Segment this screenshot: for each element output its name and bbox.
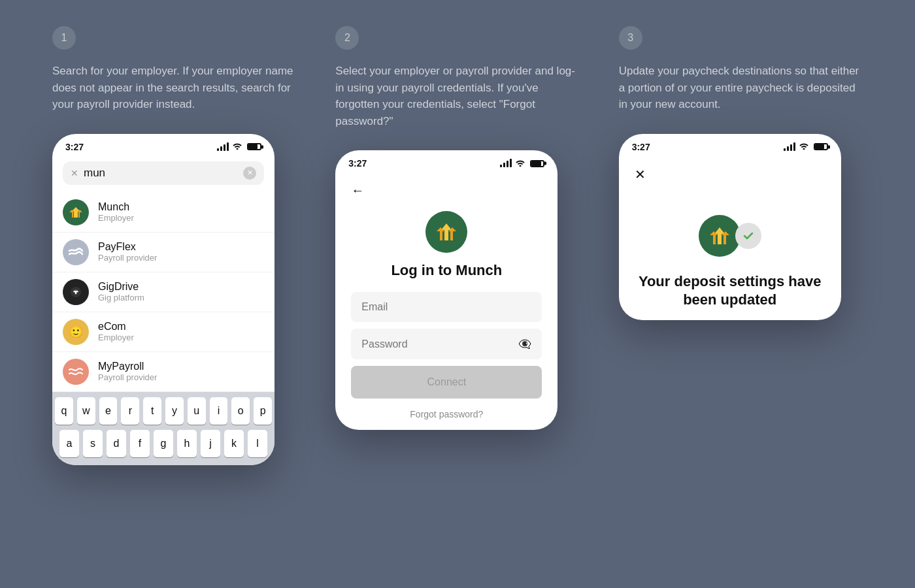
password-input[interactable]	[361, 338, 518, 350]
key-l[interactable]: l	[248, 430, 267, 457]
forgot-password-link[interactable]: Forgot password?	[351, 409, 542, 419]
mypayroll-logo	[63, 359, 89, 385]
battery-icon-1	[247, 143, 261, 150]
key-y[interactable]: y	[165, 397, 184, 425]
wifi-icon-3	[799, 142, 809, 152]
main-container: 1 Search for your employer. If your empl…	[33, 0, 882, 465]
step-description-1: Search for your employer. If your employ…	[52, 63, 296, 113]
signal-icon-3	[784, 143, 795, 151]
back-button[interactable]: ←	[351, 183, 542, 198]
column-3: 3 Update your paycheck destinations so t…	[599, 26, 882, 465]
gigdrive-logo	[63, 279, 89, 305]
employer-info-mypayroll: MyPayroll Payroll provider	[98, 361, 157, 382]
phone-1: 3:27 ✕ mun ✕	[52, 134, 274, 465]
payflex-logo	[63, 239, 89, 265]
success-icons-area	[635, 215, 825, 257]
connect-button[interactable]: Connect	[351, 366, 542, 399]
key-d[interactable]: d	[107, 430, 126, 457]
status-bar-2: 3:27	[335, 150, 557, 172]
time-2: 3:27	[348, 158, 367, 169]
munch-logo-large	[425, 211, 467, 253]
employer-name: Munch	[98, 201, 134, 213]
key-s[interactable]: s	[83, 430, 103, 457]
step-description-3: Update your paycheck destinations so tha…	[619, 63, 863, 113]
signal-icon-2	[500, 159, 512, 167]
svg-point-4	[76, 292, 79, 295]
key-f[interactable]: f	[130, 430, 150, 457]
email-input[interactable]	[361, 301, 531, 313]
email-field[interactable]	[351, 292, 542, 322]
munch-logo-success	[699, 215, 740, 257]
list-item[interactable]: PayFlex Payroll provider	[52, 233, 274, 272]
status-bar-1: 3:27	[52, 134, 274, 156]
success-message: Your deposit settings have been updated	[635, 272, 825, 310]
key-e[interactable]: e	[99, 397, 118, 425]
phone-3: 3:27 ✕	[619, 134, 841, 320]
key-j[interactable]: j	[201, 430, 220, 457]
column-2: 2 Select your employer or payroll provid…	[316, 26, 599, 465]
wifi-icon-1	[232, 142, 242, 152]
key-k[interactable]: k	[224, 430, 244, 457]
key-o[interactable]: o	[231, 397, 250, 425]
login-screen: ← Log in to Munch	[335, 172, 557, 430]
ecom-logo: 🙂	[63, 319, 89, 345]
status-icons-1	[217, 142, 261, 152]
search-bar[interactable]: ✕ mun ✕	[63, 161, 264, 185]
phone-2: 3:27 ←	[335, 150, 557, 430]
step-badge-3: 3	[619, 26, 642, 50]
employer-info-gigdrive: GigDrive Gig platform	[98, 281, 144, 302]
employer-name: eCom	[98, 321, 134, 333]
search-input[interactable]: mun	[84, 167, 238, 180]
column-1: 1 Search for your employer. If your empl…	[33, 26, 316, 465]
list-item[interactable]: Munch Employer	[52, 193, 274, 233]
key-a[interactable]: a	[59, 430, 79, 457]
keyboard: q w e r t y u i o p a s d f g h	[52, 392, 274, 465]
close-button[interactable]: ✕	[635, 167, 825, 182]
success-screen: ✕ Your deposit s	[619, 156, 841, 320]
key-t[interactable]: t	[143, 397, 161, 425]
search-clear-icon[interactable]: ✕	[243, 167, 256, 180]
employer-type: Employer	[98, 333, 134, 342]
key-q[interactable]: q	[55, 397, 73, 425]
employer-name: GigDrive	[98, 281, 144, 293]
time-3: 3:27	[632, 142, 650, 152]
status-icons-2	[500, 159, 544, 169]
step-badge-2: 2	[335, 26, 359, 50]
employer-list: Munch Employer PayFlex Payroll provider	[52, 193, 274, 392]
show-password-icon[interactable]: 👁‍🗨	[518, 338, 531, 350]
list-item[interactable]: MyPayroll Payroll provider	[52, 352, 274, 392]
key-r[interactable]: r	[121, 397, 139, 425]
step-description-2: Select your employer or payroll provider…	[335, 63, 579, 129]
search-cancel-icon[interactable]: ✕	[71, 168, 78, 178]
key-p[interactable]: p	[254, 397, 272, 425]
employer-info-munch: Munch Employer	[98, 201, 134, 223]
employer-type: Payroll provider	[98, 372, 157, 382]
employer-type: Employer	[98, 213, 134, 223]
time-1: 3:27	[65, 142, 84, 152]
login-title: Log in to Munch	[391, 262, 502, 279]
status-icons-3	[784, 142, 828, 152]
list-item[interactable]: GigDrive Gig platform	[52, 272, 274, 312]
key-h[interactable]: h	[177, 430, 197, 457]
employer-type: Payroll provider	[98, 253, 157, 263]
status-bar-3: 3:27	[619, 134, 841, 156]
key-i[interactable]: i	[210, 397, 228, 425]
employer-name: MyPayroll	[98, 361, 157, 372]
password-field[interactable]: 👁‍🗨	[351, 329, 542, 359]
battery-icon-2	[530, 160, 544, 167]
employer-info-payflex: PayFlex Payroll provider	[98, 241, 157, 263]
munch-logo	[63, 199, 89, 225]
employer-type: Gig platform	[98, 293, 144, 302]
list-item[interactable]: 🙂 eCom Employer	[52, 312, 274, 352]
employer-name: PayFlex	[98, 241, 157, 253]
key-g[interactable]: g	[154, 430, 173, 457]
login-logo-area: Log in to Munch	[351, 211, 542, 279]
step-badge-1: 1	[52, 26, 76, 50]
employer-info-ecom: eCom Employer	[98, 321, 134, 342]
key-u[interactable]: u	[188, 397, 206, 425]
battery-icon-3	[814, 143, 828, 150]
keyboard-row-2: a s d f g h j k l	[55, 430, 272, 457]
key-w[interactable]: w	[77, 397, 95, 425]
wifi-icon-2	[515, 159, 525, 169]
checkmark-badge	[735, 223, 761, 249]
